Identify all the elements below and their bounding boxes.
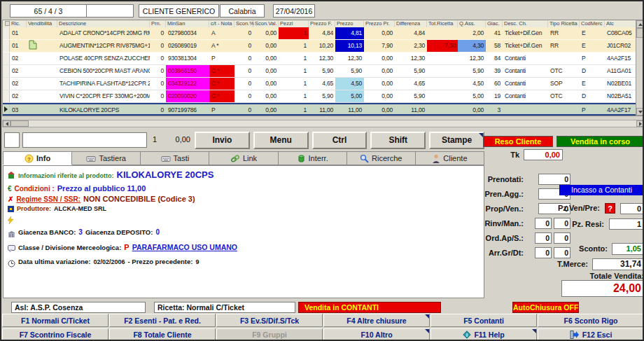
- vertical-scrollbar[interactable]: [636, 20, 644, 116]
- asl-input[interactable]: Asl: A.S.P. Cosenza: [11, 302, 146, 313]
- cell-tot_ricetta: [427, 90, 458, 102]
- scroll-down-icon[interactable]: [636, 108, 644, 116]
- regime-label: Regime SSN / SSR:: [16, 195, 80, 203]
- cell-nota: A *: [209, 40, 234, 52]
- counter-row-5: Arr.Gr/Dt:00: [482, 247, 573, 258]
- shift-button[interactable]: Shift: [370, 132, 426, 149]
- column-header-ric: Ric.: [10, 20, 27, 27]
- fnkey-f5-contanti[interactable]: F5 Contanti: [430, 314, 537, 327]
- cell-ric: 02: [10, 90, 27, 102]
- autochiusura-banner[interactable]: AutoChiusura OFF: [512, 302, 579, 313]
- fnkey-f10-altro[interactable]: F10 Altro: [323, 328, 430, 341]
- table-row[interactable]: 02POLASE 40CPR SENZA ZUCCHERO0930381304P…: [3, 53, 636, 65]
- tab-label: Tastiera: [99, 154, 126, 162]
- column-header-tot_ricetta: Tot.Ricetta: [427, 20, 458, 27]
- table-row[interactable]: 02CEBION 500*20CPR MAST ARANCIA000396615…: [3, 65, 636, 78]
- cell-scon_pct: 0: [234, 53, 253, 64]
- fnkey-f11-help[interactable]: iF11 Help: [430, 328, 537, 341]
- cell-ric: 03: [10, 104, 27, 114]
- counter-field[interactable]: 0: [535, 247, 552, 258]
- tab-tastiera[interactable]: Tastiera: [72, 151, 141, 165]
- cell-desc: TACHIPIRINA FLASHTAB*12CPR 250: [57, 78, 150, 90]
- table-row[interactable]: 01ADALAT CRONO*14CPR 20MG RM0027980034A0…: [3, 27, 636, 40]
- scroll-right-icon[interactable]: [636, 120, 644, 127]
- cell-gutter: [3, 27, 10, 39]
- cell-minsan: 907199786: [166, 104, 209, 114]
- manufacturer-flag-icon: [8, 206, 14, 212]
- cell-prezzo: 4,50: [335, 78, 364, 90]
- column-header-prezzo_pr: Prezzo Pr.: [364, 20, 395, 27]
- cell-desc_ch: Ticket+Dif.Gen: [503, 27, 548, 39]
- cell-prn: 0: [150, 27, 166, 39]
- fnkey-label: F9 Gruppi: [252, 330, 287, 339]
- fnkey-f3-ev-s-dif-s-tck[interactable]: F3 Ev.S/Dif.S/Tck: [216, 314, 323, 327]
- cell-q_ass: 12,30: [458, 53, 486, 64]
- totale-vendita-label: Totale Vendita:: [561, 272, 644, 280]
- classe-value[interactable]: PARAFARMACO USO UMANO: [132, 243, 237, 251]
- product-tag-icon: [8, 169, 15, 182]
- cell-scon_val: 0,00: [253, 78, 279, 90]
- table-row[interactable]: 01AUGMENTIN*12CPR RIV875MG+125MG00260890…: [3, 40, 636, 53]
- tab-link[interactable]: Link: [209, 151, 278, 165]
- column-header-tipo_ricetta: Tipo Ricetta: [548, 20, 580, 27]
- vertical-scroll-thumb[interactable]: [636, 28, 644, 38]
- clock-icon: [8, 258, 15, 270]
- horizontal-scroll-thumb[interactable]: [10, 120, 29, 127]
- pz-resi-field: 1: [609, 218, 644, 230]
- fnkey-f8-totale-cliente[interactable]: F8 Totale Cliente: [109, 328, 216, 341]
- scroll-left-icon[interactable]: [3, 120, 10, 127]
- fnkey-f4-altre-chiusure[interactable]: F4 Altre chiusure: [323, 314, 430, 327]
- data-variazione-label: Data ultima variazione:: [18, 258, 90, 265]
- cell-prezzo: 5,90: [335, 65, 364, 77]
- fnkey-f7-scontrino-fiscale[interactable]: F7 Scontrino Fiscale: [2, 328, 108, 341]
- giacenza-deposito-label: Giacenza DEPOSITO:: [85, 228, 153, 236]
- fnkey-f2-esenti-pat-e-red-[interactable]: F2 Esenti - Pat. e Red.: [109, 314, 216, 327]
- cell-differenza: 5,90: [395, 90, 427, 102]
- euro-icon: €: [8, 185, 12, 193]
- product-search-input[interactable]: [22, 132, 147, 148]
- stampe-button[interactable]: Stampe: [429, 132, 484, 149]
- selected-row-arrow-icon: [4, 106, 8, 112]
- cell-pezzi: 1: [279, 40, 309, 52]
- ctrl-button[interactable]: Ctrl: [312, 132, 368, 149]
- fnkey-label: F12 Esci: [582, 330, 612, 339]
- column-header-atc: Atc: [605, 20, 636, 27]
- scroll-up-icon[interactable]: [636, 20, 644, 28]
- fnkey-label: F3 Ev.S/Dif.S/Tck: [240, 316, 299, 325]
- command-buttons: InvioMenuCtrlShiftStampe: [195, 132, 484, 149]
- cell-scon_pct: 0: [234, 78, 253, 90]
- tab-interr[interactable]: Interr.: [279, 151, 347, 165]
- fnkey-f12-esci[interactable]: F12 Esci: [538, 328, 644, 341]
- table-row[interactable]: 03KILOKALORYE 20CPS0907199786P00,00111,0…: [3, 103, 636, 116]
- counter-field[interactable]: 0: [538, 174, 570, 185]
- reso-cliente-button[interactable]: Reso Cliente: [483, 136, 553, 147]
- product-info-panel: Informazioni riferite al prodotto: KILOK…: [3, 165, 484, 298]
- counter-field[interactable]: 0: [535, 232, 552, 244]
- tab-ricerche[interactable]: Ricerche: [347, 151, 416, 165]
- tab-cliente[interactable]: Cliente: [416, 151, 484, 165]
- fnkey-f6-sconto-rigo[interactable]: F6 Sconto Rigo: [538, 314, 644, 327]
- counter-field[interactable]: 0: [535, 218, 552, 229]
- tmerce-label: T.Merce:: [540, 260, 588, 268]
- totale-vendita-field: 24,00: [561, 280, 644, 297]
- cell-minsan: 026089019: [166, 40, 209, 52]
- product-name: KILOKALORYE 20CPS: [117, 169, 214, 180]
- ricetta-input[interactable]: Ricetta: Normali C/Ticket: [154, 302, 295, 313]
- tab-info[interactable]: ?Info: [3, 151, 72, 165]
- table-row[interactable]: 02TACHIPIRINA FLASHTAB*12CPR 25000343291…: [3, 78, 636, 90]
- counter-field[interactable]: 0: [554, 232, 570, 244]
- cell-atc: N02BA51: [605, 90, 636, 102]
- menu-button[interactable]: Menu: [253, 132, 309, 149]
- invio-button[interactable]: Invio: [195, 132, 250, 149]
- help-question-button[interactable]: ?: [605, 203, 615, 214]
- tab-label: Interr.: [309, 154, 328, 162]
- cell-tipo_ricetta: SOP: [548, 78, 580, 90]
- cell-q_ass: 4,30: [458, 40, 486, 52]
- horizontal-scrollbar[interactable]: [2, 120, 644, 127]
- header-empty-box: [86, 4, 134, 18]
- cell-prn: 0: [150, 65, 166, 77]
- tab-tasti[interactable]: Tasti: [141, 151, 209, 165]
- table-row[interactable]: 02VIVIN C*20CPR EFF 330MG+200MG002009002…: [3, 90, 636, 103]
- fnkey-f1-normali-c-ticket[interactable]: F1 Normali C/Ticket: [2, 314, 108, 327]
- cell-differenza: 4,84: [395, 27, 427, 39]
